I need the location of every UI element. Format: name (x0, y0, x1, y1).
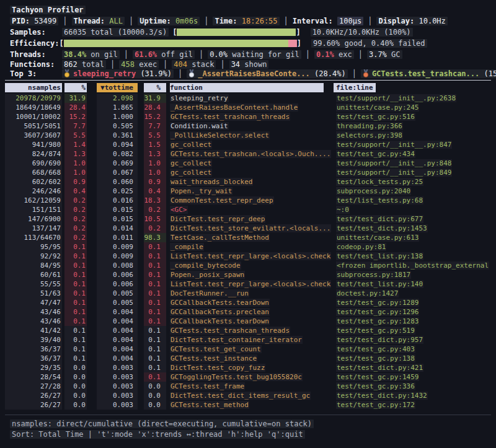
table-row[interactable]: 3607/36075.50.3615.5_PollLikeSelector.se… (0, 131, 496, 140)
table-row[interactable]: 60/610.10.0060.1Popen._posix_spawnsubpro… (0, 270, 496, 279)
cell-ns: 51/63 (5, 289, 62, 298)
table-row[interactable]: 43/460.10.0040.1GCCallbackTests.preclean… (0, 307, 496, 317)
table-row[interactable]: 43/460.10.0040.1GCCallbackTests.tearDown… (0, 317, 496, 326)
table-row[interactable]: 26/270.00.0030.0DictTest.test_dict_items… (0, 391, 496, 400)
cell-p1: 0.1 (64, 242, 87, 252)
column-header-tottime[interactable]: ▼tottime (97, 83, 138, 92)
cell-file-line: test/test_gc.py:403 (336, 345, 496, 354)
cell-tt: 1.000 (97, 112, 138, 121)
column-header-file-line[interactable]: file:line (334, 83, 376, 92)
table-row[interactable]: 26/270.00.0030.0GCTests.test_methodtest/… (0, 400, 496, 410)
cell-ns: 151/151 (5, 205, 62, 214)
cell-file-line: test/test_gc.py:516 (336, 112, 496, 121)
keybinding-help: Sort: Total Time | 't':mode 'x':trends ↔… (10, 430, 305, 439)
table-row[interactable]: 55/550.10.0060.1ListTest.test_repr_large… (0, 279, 496, 289)
thread-stat[interactable]: Thread: ALL (72, 17, 125, 25)
table-row[interactable]: 36/370.10.0040.1GCTests.test_instancetes… (0, 354, 496, 363)
top3-entry-2: _AssertRaisesBaseConte... (28.4%) (187, 69, 347, 78)
table-row[interactable]: 5051/50517.70.5057.7Condition.waitthread… (0, 121, 496, 131)
table-row[interactable]: 47/470.10.0050.1GCCallbackTests.tearDown… (0, 298, 496, 307)
cell-ns: 162/12059 (5, 196, 62, 205)
cell-ns: 26/27 (5, 391, 62, 400)
separator: │ (204, 17, 208, 25)
cell-file-line: subprocess.py:1817 (336, 270, 496, 279)
cell-ns: 113/64670 (5, 233, 62, 242)
cell-file-line: codeop.py:81 (336, 242, 496, 252)
time-stat: Time: 18:26:55 (213, 17, 279, 25)
time-value: 18:26:55 (242, 17, 278, 25)
cell-tt: 0.005 (97, 289, 138, 298)
top3-pct: (15.2%) (484, 69, 496, 78)
table-row[interactable]: 20978/2097931.92.09831.9sleeping_retryte… (0, 94, 496, 103)
table-row[interactable]: 28/540.00.0030.1GCTogglingTests.test_bug… (0, 372, 496, 382)
cell-p1: 0.1 (64, 252, 87, 261)
cell-file-line: unittest/case.py:613 (336, 233, 496, 242)
cell-ns: 3607/3607 (5, 131, 62, 140)
table-row[interactable]: 39/400.10.0040.1DictTest.test_container_… (0, 335, 496, 345)
separator: │ (352, 69, 356, 78)
table-row[interactable]: 36/370.10.0040.1GCTests.test_get_countte… (0, 345, 496, 354)
table-row[interactable]: 151/1510.20.0150.2<GC>~:0 (0, 205, 496, 214)
cell-tt: 0.094 (97, 140, 138, 149)
samples-rate: 10.0KHz/10.0KHz (100%) (311, 28, 413, 37)
table-row[interactable]: 690/6901.00.0691.0gc_collecttest/support… (0, 159, 496, 168)
cell-p2: 0.1 (144, 252, 166, 261)
cell-p2: 7.7 (144, 121, 166, 131)
column-header-percent-1[interactable]: % (64, 83, 87, 92)
table-row[interactable]: 92/920.10.0090.1ListTest.test_repr_large… (0, 252, 496, 261)
header-divider (5, 80, 491, 81)
cell-p2: 0.0 (144, 400, 166, 410)
top3-entry-3: GCTests.test_trashcan... (15.2%) (361, 69, 496, 78)
cell-function: DictTest.test_dict_items_result_gc (170, 391, 330, 400)
cell-ns: 39/40 (5, 335, 62, 345)
column-header-function[interactable]: function (170, 83, 324, 92)
table-row[interactable]: 29/350.00.0030.1DictTest.test_copy_fuzzt… (0, 363, 496, 372)
table-row[interactable]: 668/6681.00.0671.0gc_collecttest/support… (0, 168, 496, 177)
cell-file-line: threading.py:366 (336, 121, 496, 131)
footer-divider (5, 415, 491, 415)
cell-function: GCTests.test_frame (170, 382, 330, 391)
uptime-value: 0m06s (175, 17, 198, 25)
table-row[interactable]: 51/630.10.0050.1DocTestRunner.__rundocte… (0, 289, 496, 298)
cell-tt: 0.004 (97, 335, 138, 345)
cell-p1: 1.0 (64, 159, 87, 168)
table-row[interactable]: 95/950.10.0090.1_compilecodeop.py:81 (0, 242, 496, 252)
table-row[interactable]: 41/420.10.0040.1GCTests.test_trashcan_th… (0, 326, 496, 335)
cell-tt: 0.009 (97, 242, 138, 252)
cell-file-line: test/test_gc.py:1459 (336, 372, 496, 382)
table-body: 20978/2097931.92.09831.9sleeping_retryte… (0, 94, 496, 410)
cell-tt: 0.015 (97, 214, 138, 224)
separator: │ (358, 50, 363, 59)
column-header-percent-2[interactable]: % (144, 83, 166, 92)
table-row[interactable]: 162/120590.20.01618.3CommonTest.test_rep… (0, 196, 496, 205)
table-row[interactable]: 18649/1864928.41.86528.4_AssertRaisesBas… (0, 103, 496, 112)
separator: │ (124, 50, 128, 59)
table-row[interactable]: 27/280.00.0030.0GCTests.test_frametest/t… (0, 382, 496, 391)
table-header: nsamples % ▼tottime % function file:line (0, 83, 496, 92)
cell-p2: 0.1 (144, 372, 166, 382)
top3-pct: (31.9%) (140, 69, 172, 78)
cell-file-line: ~:0 (336, 205, 496, 214)
table-row[interactable]: 84/950.10.0080.1_compile_bytecode<frozen… (0, 261, 496, 270)
cell-p2: 0.1 (144, 317, 166, 326)
separator: │ (199, 50, 203, 59)
table-row[interactable]: 824/8741.30.0821.3GCTests.test_trashcan.… (0, 149, 496, 159)
cell-p2: 15.2 (144, 112, 166, 121)
table-row[interactable]: 113/646700.20.01198.3TestCase._callTestM… (0, 233, 496, 242)
table-row[interactable]: 147/69000.20.01510.5DictTest.test_repr_d… (0, 214, 496, 224)
table-row[interactable]: 602/6020.90.0600.9wait_threads_blockedte… (0, 177, 496, 187)
cell-ns: 95/95 (5, 242, 62, 252)
table-row[interactable]: 137/1470.20.0140.2DictTest.test_store_ev… (0, 224, 496, 233)
samples-line: Samples: 66035 total (10000.3/s) [ ] 10.… (10, 27, 496, 37)
table-row[interactable]: 246/2460.40.0250.4Popen._try_waitsubproc… (0, 187, 496, 196)
tachyon-profiler-terminal: { "app": { "title": "Tachyon Profiler" }… (0, 0, 496, 448)
cell-p2: 0.1 (144, 242, 166, 252)
cell-p2: 1.0 (144, 159, 166, 168)
cell-p1: 5.5 (64, 131, 87, 140)
top3-name: sleeping_retry (73, 69, 136, 78)
separator: │ (129, 17, 133, 25)
cell-p1: 0.1 (64, 317, 87, 326)
table-row[interactable]: 941/9801.40.0941.5gc_collecttest/support… (0, 140, 496, 149)
column-header-nsamples[interactable]: nsamples (5, 83, 62, 92)
table-row[interactable]: 10001/1000215.21.00015.2GCTests.test_tra… (0, 112, 496, 121)
